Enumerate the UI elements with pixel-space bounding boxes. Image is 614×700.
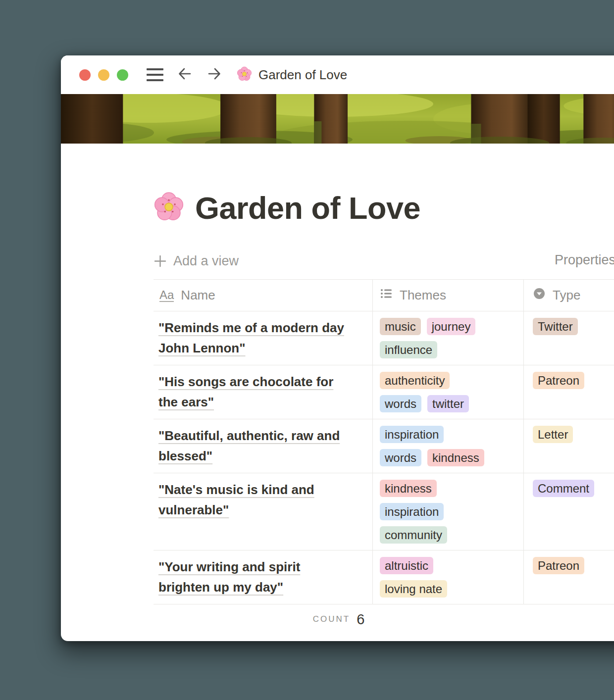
- table-row: "Reminds me of a modern day John Lennon"…: [154, 311, 614, 365]
- view-toolbar: Add a view Properties: [154, 250, 614, 271]
- theme-tag: community: [380, 526, 447, 544]
- theme-tag: altruistic: [380, 557, 433, 574]
- row-themes-cell[interactable]: altruisticloving nate: [373, 550, 524, 604]
- table-row: "His songs are chocolate for the ears"au…: [154, 365, 614, 419]
- theme-tag: inspiration: [380, 426, 444, 443]
- count-value: 6: [357, 611, 364, 628]
- properties-button[interactable]: Properties: [555, 252, 614, 268]
- count-label: COUNT: [313, 614, 350, 624]
- row-type-cell[interactable]: Letter: [524, 419, 614, 473]
- row-name-cell[interactable]: "Reminds me of a modern day John Lennon": [154, 311, 373, 365]
- row-name[interactable]: "Reminds me of a modern day John Lennon": [158, 320, 344, 355]
- tag-line: kindness: [380, 480, 437, 497]
- type-tag: Patreon: [533, 557, 584, 574]
- table-header: Aa Name Themes: [154, 279, 614, 311]
- theme-tag: influence: [380, 341, 437, 358]
- column-header-type[interactable]: Type: [524, 280, 614, 311]
- database-table: Aa Name Themes: [154, 279, 614, 634]
- count-footer[interactable]: COUNT 6: [154, 604, 524, 634]
- theme-tag: music: [380, 318, 421, 335]
- page-content: Garden of Love Add a view Properties Aa …: [61, 190, 614, 634]
- type-tag: Comment: [533, 480, 594, 497]
- tag-line: inspiration: [380, 503, 444, 520]
- menu-icon[interactable]: [147, 68, 163, 81]
- tag-line: inspiration: [380, 426, 444, 443]
- row-name-cell[interactable]: "Beautiful, authentic, raw and blessed": [154, 419, 373, 473]
- column-header-name[interactable]: Aa Name: [154, 280, 373, 311]
- table-row: "Beautiful, authentic, raw and blessed"i…: [154, 419, 614, 473]
- close-button[interactable]: [79, 69, 91, 81]
- tag-line: wordskindness: [380, 449, 484, 466]
- zoom-button[interactable]: [117, 69, 128, 81]
- row-themes-cell[interactable]: authenticitywordstwitter: [373, 365, 524, 419]
- row-name[interactable]: "Nate's music is kind and vulnerable": [158, 482, 314, 517]
- tag-line: community: [380, 526, 447, 544]
- row-themes-cell[interactable]: kindnessinspirationcommunity: [373, 473, 524, 550]
- theme-tag: words: [380, 449, 421, 466]
- row-name[interactable]: "His songs are chocolate for the ears": [158, 374, 333, 409]
- forward-icon[interactable]: [206, 66, 223, 83]
- tag-line: wordstwitter: [380, 395, 469, 412]
- row-type-cell[interactable]: Patreon: [524, 365, 614, 419]
- add-view-button[interactable]: Add a view: [154, 253, 239, 269]
- row-name-cell[interactable]: "His songs are chocolate for the ears": [154, 365, 373, 419]
- text-type-icon: Aa: [159, 289, 174, 302]
- column-label: Name: [181, 288, 215, 303]
- row-type-cell[interactable]: Comment: [524, 473, 614, 550]
- cherry-blossom-icon[interactable]: [154, 192, 184, 224]
- table-row: "Your writing and spirit brighten up my …: [154, 550, 614, 604]
- row-themes-cell[interactable]: inspirationwordskindness: [373, 419, 524, 473]
- tag-line: authenticity: [380, 372, 450, 389]
- table-body: "Reminds me of a modern day John Lennon"…: [154, 311, 614, 604]
- column-label: Type: [553, 288, 580, 303]
- column-label: Themes: [400, 288, 446, 303]
- row-name[interactable]: "Your writing and spirit brighten up my …: [158, 559, 300, 595]
- theme-tag: journey: [427, 318, 476, 335]
- row-name-cell[interactable]: "Your writing and spirit brighten up my …: [154, 550, 373, 604]
- row-type-cell[interactable]: Patreon: [524, 550, 614, 604]
- tag-line: musicjourney: [380, 318, 475, 335]
- theme-tag: words: [380, 395, 421, 412]
- select-icon: [533, 287, 546, 303]
- minimize-button[interactable]: [98, 69, 109, 81]
- app-window: Garden of Love: [61, 55, 614, 641]
- cherry-blossom-icon: [237, 66, 252, 84]
- row-name[interactable]: "Beautiful, authentic, raw and blessed": [158, 428, 340, 463]
- tag-line: altruistic: [380, 557, 433, 574]
- theme-tag: kindness: [380, 480, 437, 497]
- column-header-themes[interactable]: Themes: [373, 280, 524, 311]
- row-name-cell[interactable]: "Nate's music is kind and vulnerable": [154, 473, 373, 550]
- type-tag: Patreon: [533, 372, 584, 389]
- theme-tag: inspiration: [380, 503, 444, 520]
- page-title-row: Garden of Love: [154, 190, 614, 226]
- table-row: "Nate's music is kind and vulnerable"kin…: [154, 473, 614, 550]
- cover-image: [61, 94, 614, 144]
- theme-tag: kindness: [427, 449, 484, 466]
- back-icon[interactable]: [176, 66, 193, 83]
- type-tag: Letter: [533, 426, 573, 443]
- theme-tag: authenticity: [380, 372, 450, 389]
- type-tag: Twitter: [533, 318, 578, 335]
- multi-select-icon: [380, 287, 393, 303]
- row-themes-cell[interactable]: musicjourneyinfluence: [373, 311, 524, 365]
- tag-line: loving nate: [380, 580, 447, 598]
- page-title[interactable]: Garden of Love: [195, 190, 420, 226]
- window-title: Garden of Love: [258, 67, 347, 83]
- titlebar: Garden of Love: [61, 55, 614, 94]
- tag-line: influence: [380, 341, 437, 358]
- theme-tag: loving nate: [380, 580, 447, 598]
- theme-tag: twitter: [427, 395, 469, 412]
- row-type-cell[interactable]: Twitter: [524, 311, 614, 365]
- add-view-label: Add a view: [173, 253, 239, 269]
